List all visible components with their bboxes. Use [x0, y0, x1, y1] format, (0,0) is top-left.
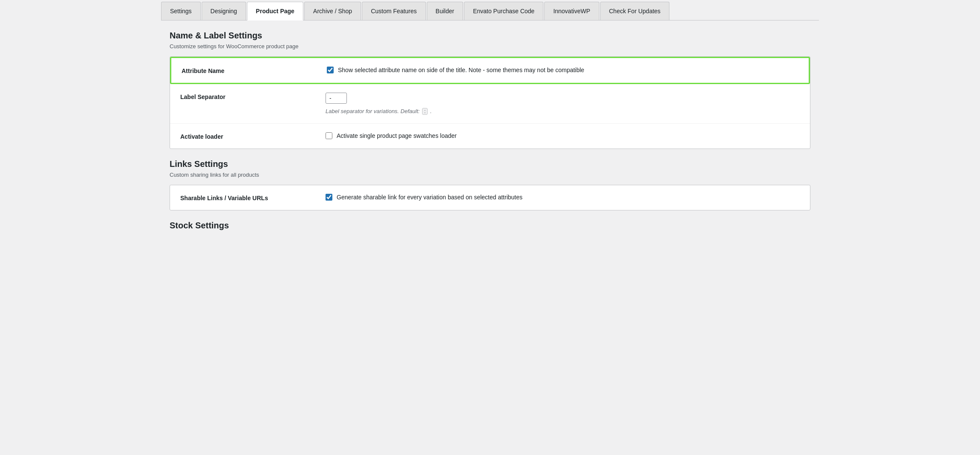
label-separator-input[interactable] [326, 93, 347, 104]
tab-envato-purchase-code[interactable]: Envato Purchase Code [464, 2, 543, 20]
activate-loader-row: Activate loader Activate single product … [170, 124, 810, 149]
activate-loader-label: Activate loader [180, 132, 326, 140]
label-separator-help-prefix: Label separator for variations. Default: [326, 108, 420, 114]
tab-innovativewp[interactable]: InnovativeWP [544, 2, 599, 20]
tab-custom-features[interactable]: Custom Features [362, 2, 425, 20]
label-separator-row: Label Separator Label separator for vari… [170, 84, 810, 124]
activate-loader-checkbox-row: Activate single product page swatches lo… [326, 132, 800, 139]
attribute-name-checkbox-label: Show selected attribute name on side of … [338, 67, 584, 73]
name-label-settings-card: Attribute Name Show selected attribute n… [170, 56, 810, 149]
tab-bar: Settings Designing Product Page Archive … [161, 0, 819, 20]
label-separator-help: Label separator for variations. Default:… [326, 108, 800, 115]
page-wrapper: Settings Designing Product Page Archive … [161, 0, 819, 243]
activate-loader-checkbox-label: Activate single product page swatches lo… [337, 132, 457, 139]
attribute-name-checkbox[interactable] [327, 67, 334, 73]
name-label-section-title: Name & Label Settings [170, 31, 810, 41]
links-settings-card: Sharable Links / Variable URLs Generate … [170, 185, 810, 210]
name-label-section-desc: Customize settings for WooCommerce produ… [170, 43, 810, 50]
sharable-links-label: Sharable Links / Variable URLs [180, 194, 326, 201]
label-separator-help-suffix: . [430, 108, 432, 114]
attribute-name-checkbox-row: Show selected attribute name on side of … [327, 67, 798, 73]
attribute-name-label: Attribute Name [182, 67, 327, 74]
attribute-name-row: Attribute Name Show selected attribute n… [170, 57, 810, 84]
links-section-desc: Custom sharing links for all products [170, 172, 810, 178]
label-separator-default-badge: : [422, 108, 428, 115]
tab-archive-shop[interactable]: Archive / Shop [304, 2, 361, 20]
links-section-title: Links Settings [170, 159, 810, 169]
stock-section-title: Stock Settings [170, 221, 810, 230]
sharable-links-checkbox[interactable] [326, 194, 332, 201]
tab-designing[interactable]: Designing [202, 2, 246, 20]
tab-check-for-updates[interactable]: Check For Updates [600, 2, 670, 20]
sharable-links-row: Sharable Links / Variable URLs Generate … [170, 185, 810, 210]
tab-settings[interactable]: Settings [161, 2, 201, 20]
sharable-links-checkbox-row: Generate sharable link for every variati… [326, 194, 800, 201]
tab-builder[interactable]: Builder [427, 2, 464, 20]
content-area: Name & Label Settings Customize settings… [161, 20, 819, 243]
activate-loader-checkbox[interactable] [326, 132, 332, 139]
activate-loader-control: Activate single product page swatches lo… [326, 132, 800, 139]
label-separator-control: Label separator for variations. Default:… [326, 93, 800, 115]
sharable-links-control: Generate sharable link for every variati… [326, 194, 800, 201]
tab-product-page[interactable]: Product Page [247, 2, 303, 20]
label-separator-label: Label Separator [180, 93, 326, 100]
sharable-links-checkbox-label: Generate sharable link for every variati… [337, 194, 522, 201]
attribute-name-control: Show selected attribute name on side of … [327, 67, 798, 73]
